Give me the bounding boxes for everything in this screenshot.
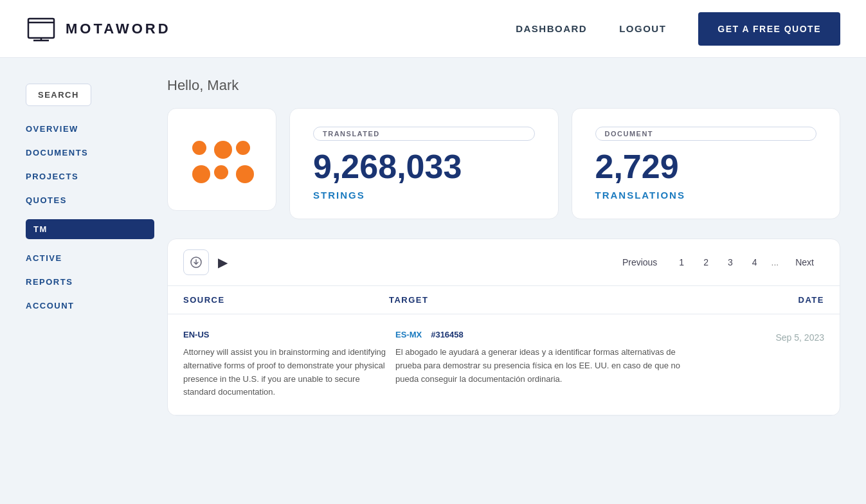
- dot-6: [236, 165, 254, 183]
- content-area: Hello, Mark TRANSLATED 9,268,033 STRINGS: [154, 77, 840, 485]
- sidebar-item-quotes[interactable]: QUOTES: [26, 195, 154, 205]
- cursor-icon: ▶: [218, 255, 228, 270]
- pagination-next[interactable]: Next: [785, 252, 824, 273]
- translated-number: 9,268,033: [313, 150, 535, 183]
- source-cell: EN-US Attorney will assist you in brains…: [183, 330, 389, 399]
- col-target: TARGET: [389, 295, 696, 305]
- pagination: Previous 1 2 3 4 ... Next: [612, 252, 824, 273]
- target-lang-code: ES-MX: [395, 330, 422, 339]
- motaword-dots-logo: [192, 141, 251, 178]
- logo-card: [167, 108, 276, 211]
- sidebar: SEARCH OVERVIEW DOCUMENTS PROJECTS QUOTE…: [26, 77, 154, 485]
- stats-row: TRANSLATED 9,268,033 STRINGS DOCUMENT 2,…: [167, 108, 840, 219]
- source-lang: EN-US: [183, 330, 389, 339]
- dot-3: [236, 141, 250, 155]
- get-free-quote-button[interactable]: GET A FREE QUOTE: [698, 12, 840, 46]
- translated-label: STRINGS: [313, 190, 535, 201]
- sidebar-item-account[interactable]: ACCOUNT: [26, 301, 154, 310]
- logo-text: MOTAWORD: [66, 21, 171, 37]
- col-source: SOURCE: [183, 295, 389, 305]
- sidebar-item-documents[interactable]: DOCUMENTS: [26, 148, 154, 158]
- document-number: 2,729: [595, 150, 817, 183]
- pagination-previous[interactable]: Previous: [612, 252, 667, 273]
- table-header: SOURCE TARGET DATE: [168, 286, 840, 314]
- dot-2: [214, 141, 232, 159]
- dot-5: [214, 165, 228, 179]
- download-icon: [190, 256, 202, 268]
- main-wrapper: SEARCH OVERVIEW DOCUMENTS PROJECTS QUOTE…: [0, 58, 866, 504]
- sidebar-nav: OVERVIEW DOCUMENTS PROJECTS QUOTES TM AC…: [26, 124, 154, 310]
- table-toolbar: ▶ Previous 1 2 3 4 ... Next: [168, 239, 840, 286]
- col-date: DATE: [696, 295, 824, 305]
- sidebar-item-active[interactable]: ACTIVE: [26, 253, 154, 263]
- target-lang-row: ES-MX #316458: [395, 330, 696, 339]
- pagination-dots: ...: [769, 257, 782, 267]
- table-section: ▶ Previous 1 2 3 4 ... Next SOURCE TARGE…: [167, 239, 840, 416]
- dot-4: [192, 165, 210, 183]
- nav-area: DASHBOARD LOGOUT GET A FREE QUOTE: [516, 12, 840, 46]
- logo-icon: [26, 16, 57, 42]
- translated-stat-card: TRANSLATED 9,268,033 STRINGS: [289, 108, 559, 219]
- sidebar-item-overview[interactable]: OVERVIEW: [26, 124, 154, 134]
- sidebar-item-projects[interactable]: PROJECTS: [26, 172, 154, 181]
- page-1[interactable]: 1: [671, 252, 692, 273]
- row-date: Sep 5, 2023: [775, 332, 824, 343]
- source-text: Attorney will assist you in brainstormin…: [183, 346, 389, 399]
- sidebar-item-reports[interactable]: REPORTS: [26, 277, 154, 287]
- document-stat-card: DOCUMENT 2,729 TRANSLATIONS: [572, 108, 841, 219]
- target-cell: ES-MX #316458 El abogado le ayudará a ge…: [389, 330, 696, 399]
- page-3[interactable]: 3: [720, 252, 741, 273]
- page-4[interactable]: 4: [744, 252, 765, 273]
- header: MOTAWORD DASHBOARD LOGOUT GET A FREE QUO…: [0, 0, 866, 58]
- table-row: EN-US Attorney will assist you in brains…: [168, 314, 840, 415]
- translated-badge: TRANSLATED: [313, 127, 535, 141]
- logout-link[interactable]: LOGOUT: [619, 23, 666, 34]
- sidebar-search[interactable]: SEARCH: [26, 84, 91, 106]
- page-2[interactable]: 2: [696, 252, 716, 273]
- date-cell: Sep 5, 2023: [696, 330, 824, 399]
- dashboard-link[interactable]: DASHBOARD: [516, 23, 587, 34]
- sidebar-item-tm[interactable]: TM: [26, 219, 154, 239]
- svg-rect-0: [28, 19, 54, 38]
- document-badge: DOCUMENT: [595, 127, 817, 141]
- dot-1: [192, 141, 206, 155]
- greeting: Hello, Mark: [167, 77, 840, 94]
- target-text: El abogado le ayudará a generar ideas y …: [395, 346, 696, 386]
- logo-area: MOTAWORD: [26, 16, 171, 42]
- translation-id: #316458: [431, 330, 464, 339]
- document-label: TRANSLATIONS: [595, 190, 817, 201]
- toolbar-left: ▶: [183, 249, 228, 275]
- download-button[interactable]: [183, 249, 209, 275]
